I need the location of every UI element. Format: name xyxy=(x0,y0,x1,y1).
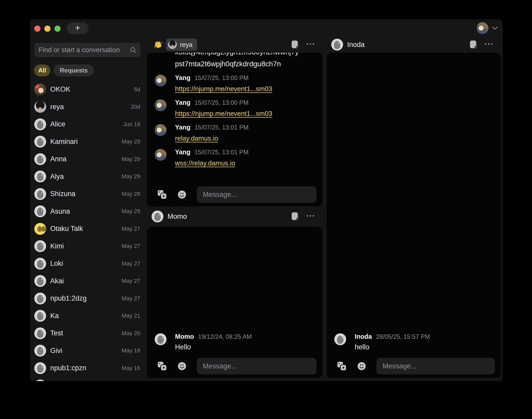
conversation-date: May 27 xyxy=(122,243,140,249)
chat-peer-pill[interactable]: reya xyxy=(166,38,197,51)
new-chat-button[interactable]: + xyxy=(66,22,89,34)
conversation-date: May 28 xyxy=(122,208,140,215)
conversation-name: Givi xyxy=(50,347,118,355)
conversation-item-kaminari[interactable]: Kaminari May 29 xyxy=(34,133,140,151)
chat-header-reya: reya ••• xyxy=(147,37,322,53)
conversation-name: Kimi xyxy=(50,242,118,250)
avatar xyxy=(34,153,46,165)
conversation-item-givi[interactable]: Givi May 18 xyxy=(34,342,140,360)
emoji-icon[interactable] xyxy=(357,362,366,370)
user-avatar[interactable] xyxy=(477,22,488,34)
avatar[interactable] xyxy=(152,211,163,222)
message-timestamp: 15/07/25, 13:00 PM xyxy=(195,74,248,82)
chevron-down-icon[interactable] xyxy=(492,26,498,30)
conversation-item-npubcpzn[interactable]: npub1:cpzn May 16 xyxy=(34,359,140,377)
emoji-icon[interactable] xyxy=(178,190,186,199)
avatar[interactable] xyxy=(155,333,167,345)
message-link[interactable]: relay.damus.io xyxy=(175,134,218,142)
conversation-date: May 29 xyxy=(122,138,140,145)
chat-header-inoda: Inoda ••• xyxy=(327,37,501,53)
conversation-item-alya[interactable]: Alya May 29 xyxy=(34,168,140,186)
message-input[interactable] xyxy=(197,186,317,203)
more-options-icon[interactable]: ••• xyxy=(485,42,494,48)
conversation-name: Anna xyxy=(50,155,118,163)
conversation-item-ka[interactable]: Ka May 21 xyxy=(34,307,140,325)
search-bar xyxy=(34,43,140,57)
avatar xyxy=(34,84,46,95)
avatar[interactable] xyxy=(155,99,167,111)
avatar xyxy=(34,310,46,322)
avatar[interactable] xyxy=(155,124,167,136)
message-author: Yang xyxy=(175,99,190,106)
message-input[interactable] xyxy=(376,358,495,374)
conversation-date: May 27 xyxy=(122,225,140,232)
message-link[interactable]: https://njump.me/nevent1...sm03 xyxy=(175,110,272,118)
conversation-name: Loki xyxy=(50,260,118,268)
note-icon[interactable] xyxy=(291,212,299,221)
more-options-icon[interactable]: ••• xyxy=(306,214,316,220)
avatar[interactable] xyxy=(331,39,343,51)
message-timestamp: 15/07/25, 13:01 PM xyxy=(195,124,248,131)
avatar xyxy=(34,293,46,304)
message-timestamp: 15/07/25, 13:00 PM xyxy=(195,99,248,106)
window-minimize-button[interactable] xyxy=(44,26,51,32)
conversation-item-asuna[interactable]: Asuna May 28 xyxy=(34,203,140,220)
conversation-item-npub2dzg[interactable]: npub1:2dzg May 27 xyxy=(34,290,140,307)
conversation-date: 5d xyxy=(134,86,140,93)
avatar[interactable] xyxy=(155,75,167,86)
conversation-item-shizuna[interactable]: Shizuna May 28 xyxy=(34,185,140,203)
conversation-name: Test xyxy=(50,329,118,337)
media-attach-icon[interactable] xyxy=(157,190,167,199)
media-attach-icon[interactable] xyxy=(157,361,167,371)
tab-all[interactable]: All xyxy=(34,65,50,76)
window-close-button[interactable] xyxy=(34,26,40,32)
media-attach-icon[interactable] xyxy=(337,361,347,371)
conversation-date: May 27 xyxy=(122,260,140,267)
conversation-date: May 27 xyxy=(122,295,140,302)
conversation-name: OKOK xyxy=(50,85,130,93)
conversation-item-clipped[interactable] xyxy=(34,377,140,381)
message: Momo 19/12/24, 08:25 AM Hello xyxy=(155,333,252,351)
emoji-icon[interactable] xyxy=(178,362,186,370)
message-timestamp: 15/07/25, 13:01 PM xyxy=(195,149,248,156)
message-link[interactable]: wss://relay.damus.io xyxy=(175,159,235,167)
more-options-icon[interactable]: ••• xyxy=(306,42,316,48)
window-zoom-button[interactable] xyxy=(54,26,61,32)
message-author: Momo xyxy=(175,333,194,340)
avatar xyxy=(34,118,46,130)
conversation-name: Ka xyxy=(50,312,118,320)
note-icon[interactable] xyxy=(291,40,299,49)
conversation-item-loki[interactable]: Loki May 27 xyxy=(34,255,140,272)
conversation-date: 20d xyxy=(131,103,140,110)
chat-panel-inoda: Inoda 28/05/25, 15:57 PM hello xyxy=(327,53,501,378)
message-timestamp: 28/05/25, 15:57 PM xyxy=(376,333,430,340)
conversation-item-alice[interactable]: Alice Jun 18 xyxy=(34,116,140,133)
avatar[interactable] xyxy=(155,149,167,161)
avatar xyxy=(34,240,46,252)
avatar xyxy=(34,275,46,287)
message-author: Yang xyxy=(175,148,190,156)
message-author: Yang xyxy=(175,124,190,131)
conversation-item-okok[interactable]: OKOK 5d xyxy=(34,81,140,98)
avatar[interactable] xyxy=(334,333,346,345)
message-list: k6t6qy4tmpdg2lygh1m966yhzhwwhj7y pst7mta… xyxy=(147,53,322,206)
note-icon[interactable] xyxy=(470,40,477,49)
message: Yang 15/07/25, 13:01 PM relay.damus.io xyxy=(155,124,316,142)
conversation-item-test[interactable]: Test May 20 xyxy=(34,325,140,342)
tab-requests[interactable]: Requests xyxy=(54,65,94,76)
search-input[interactable] xyxy=(34,46,130,54)
conversation-name: Asuna xyxy=(50,207,118,215)
conversation-item-kimi[interactable]: Kimi May 27 xyxy=(34,238,140,255)
waving-hand-icon xyxy=(154,40,163,49)
conversation-date: May 29 xyxy=(122,156,140,163)
conversation-item-anna[interactable]: Anna May 29 xyxy=(34,150,140,168)
search-icon xyxy=(130,47,137,53)
message-link[interactable]: https://njump.me/nevent1...sm03 xyxy=(175,85,272,93)
conversation-item-akai[interactable]: Akai May 27 xyxy=(34,272,140,290)
conversation-name: Kaminari xyxy=(50,138,118,146)
message-input-row xyxy=(147,186,322,203)
conversation-item-otaku-talk[interactable]: Otaku Talk May 27 xyxy=(34,220,140,238)
conversation-item-reya[interactable]: reya 20d xyxy=(34,98,140,116)
message-input[interactable] xyxy=(197,358,317,374)
conversation-date: May 18 xyxy=(122,347,140,354)
